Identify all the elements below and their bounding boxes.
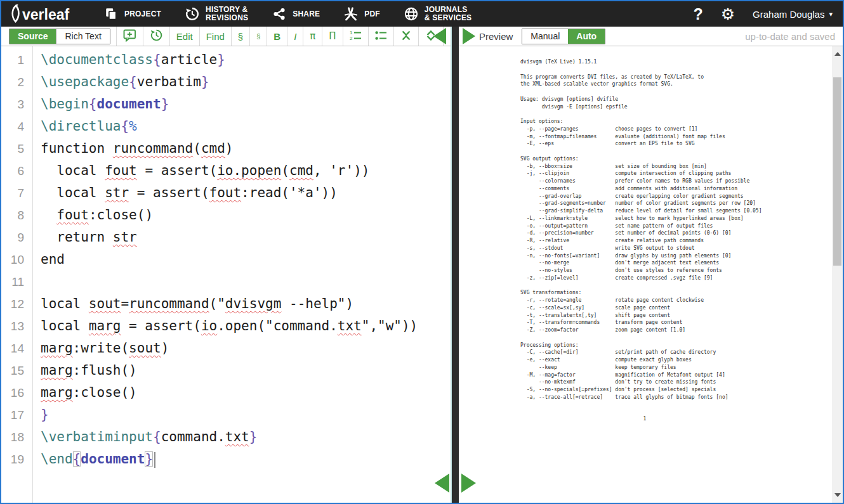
italic-button[interactable]: I — [287, 27, 303, 46]
code-line: local fout = assert(io.popen(cmd, 'r')) — [41, 160, 451, 182]
top-navbar: verleaf PROJECT HISTORY & — [1, 1, 843, 27]
code-line — [41, 271, 451, 293]
code-line: local marg = assert(io.open("command.txt… — [41, 315, 451, 337]
editor-toolbar: Source Rich Text — [1, 27, 451, 46]
history-clock-icon — [184, 6, 201, 22]
help-button[interactable]: ? — [693, 5, 702, 23]
compile-status-text: up-to-date and saved — [745, 31, 835, 42]
pane-divider[interactable] — [451, 27, 459, 503]
overleaf-logo[interactable]: verleaf — [9, 4, 80, 23]
collapse-editor-pane-button[interactable] — [433, 28, 446, 44]
navbar-right-group: ? ⚙ Graham Douglas ▾ — [693, 5, 835, 23]
copy-pages-icon — [103, 6, 119, 22]
share-nodes-icon — [271, 6, 287, 22]
source-mode-button[interactable]: Source — [10, 29, 56, 44]
line-number: 1 — [1, 49, 32, 71]
nav-item-share[interactable]: SHARE — [271, 6, 320, 22]
nav-label: PROJECT — [124, 10, 161, 18]
overleaf-leaf-icon: verleaf — [9, 4, 80, 23]
auto-compile-button[interactable]: Auto — [568, 29, 605, 44]
find-button[interactable]: Find — [199, 27, 231, 46]
code-line: function runcommand(cmd) — [41, 138, 451, 160]
nav-label: PDF — [364, 10, 380, 18]
comment-plus-icon — [123, 29, 136, 44]
source-code-editor[interactable]: 12345678910111213141516171819 \documentc… — [1, 46, 451, 503]
line-number: 3 — [1, 93, 32, 115]
svg-text:1: 1 — [350, 30, 353, 36]
compile-mode-group: Manual Auto — [522, 29, 605, 44]
inline-math-button[interactable]: π — [303, 27, 322, 46]
line-number: 19 — [1, 448, 32, 470]
scrollbar-down-arrow-icon[interactable] — [834, 493, 841, 497]
code-line: local sout=runcommand("dvisvgm --help") — [41, 293, 451, 315]
manual-compile-button[interactable]: Manual — [522, 29, 568, 44]
user-name: Graham Douglas — [753, 9, 824, 20]
bullet-list-icon — [375, 30, 387, 42]
nav-item-pdf[interactable]: PDF — [343, 6, 380, 22]
preview-scrollbar[interactable] — [832, 46, 843, 503]
expand-preview-pane-button[interactable] — [463, 28, 475, 44]
user-menu[interactable]: Graham Douglas ▾ — [753, 9, 833, 20]
display-math-button[interactable]: Π — [322, 27, 342, 46]
code-line: \usepackage{verbatim} — [41, 71, 451, 93]
nav-item-journals-services[interactable]: JOURNALS & SERVICES — [403, 6, 471, 22]
collapse-chevrons-icon — [400, 30, 412, 43]
nav-label: REVISIONS — [206, 13, 248, 22]
collapse-editor-pane-bottom-button[interactable] — [435, 474, 449, 493]
text-cursor — [154, 452, 155, 468]
pdf-page-number: 1 — [520, 416, 769, 422]
code-line: } — [41, 404, 451, 426]
line-number: 8 — [1, 204, 32, 226]
bold-button[interactable]: B — [267, 27, 287, 46]
collapse-lines-button[interactable] — [393, 27, 418, 46]
settings-gear-icon[interactable]: ⚙ — [721, 6, 735, 22]
pdf-text: dvisvgm (TeX Live) 1.15.1 This program c… — [520, 58, 762, 401]
line-number: 9 — [1, 226, 32, 249]
code-line: fout:close() — [41, 204, 451, 226]
nav-item-history-revisions[interactable]: HISTORY & REVISIONS — [184, 6, 248, 22]
rich-text-mode-button[interactable]: Rich Text — [56, 29, 109, 44]
nav-label: & SERVICES — [425, 13, 471, 22]
code-line: return str — [41, 226, 451, 249]
preview-toolbar: Preview Manual Auto up-to-date and saved — [459, 27, 843, 46]
bullet-list-button[interactable] — [368, 27, 393, 46]
code-line: \directlua{% — [41, 115, 451, 138]
svg-text:2: 2 — [350, 36, 353, 41]
code-line: marg:close() — [41, 382, 451, 404]
line-number: 17 — [1, 404, 32, 426]
code-line: marg:write(sout) — [41, 337, 451, 359]
svg-text:verleaf: verleaf — [22, 6, 70, 23]
line-number: 11 — [1, 271, 32, 293]
scrollbar-thumb[interactable] — [833, 77, 841, 266]
line-number: 5 — [1, 138, 32, 160]
preview-label: Preview — [479, 31, 513, 42]
globe-icon — [403, 6, 419, 22]
nav-item-project[interactable]: PROJECT — [103, 6, 161, 22]
editor-toolbar-buttons: Edit Find § § B I π Π 1 2 — [116, 27, 444, 46]
nav-label: HISTORY & — [206, 5, 247, 14]
line-number: 14 — [1, 337, 32, 359]
subsection-button[interactable]: § — [249, 27, 267, 46]
overleaf-window: verleaf PROJECT HISTORY & — [0, 0, 844, 504]
numbered-list-button[interactable]: 1 2 — [343, 27, 368, 46]
code-area[interactable]: \documentclass{article}\usepackage{verba… — [34, 46, 451, 503]
line-number: 12 — [1, 293, 32, 315]
edit-menu-button[interactable]: Edit — [169, 27, 199, 46]
expand-preview-pane-bottom-button[interactable] — [461, 474, 476, 493]
line-number: 10 — [1, 249, 32, 271]
pdf-reader-icon — [343, 6, 359, 22]
nav-label: SHARE — [293, 10, 320, 18]
code-line: \documentclass{article} — [41, 49, 451, 71]
add-comment-button[interactable] — [116, 27, 143, 46]
line-number: 6 — [1, 160, 32, 182]
code-line: local str = assert(fout:read('*a')) — [41, 182, 451, 204]
scrollbar-up-arrow-icon[interactable] — [834, 52, 841, 56]
track-changes-history-button[interactable] — [143, 27, 169, 46]
line-number: 7 — [1, 182, 32, 204]
line-number: 13 — [1, 315, 32, 337]
section-button[interactable]: § — [231, 27, 249, 46]
line-number: 18 — [1, 426, 32, 448]
code-line: \end{document} — [41, 448, 451, 470]
line-number: 2 — [1, 71, 32, 93]
pdf-preview-pane: dvisvgm (TeX Live) 1.15.1 This program c… — [459, 46, 843, 503]
